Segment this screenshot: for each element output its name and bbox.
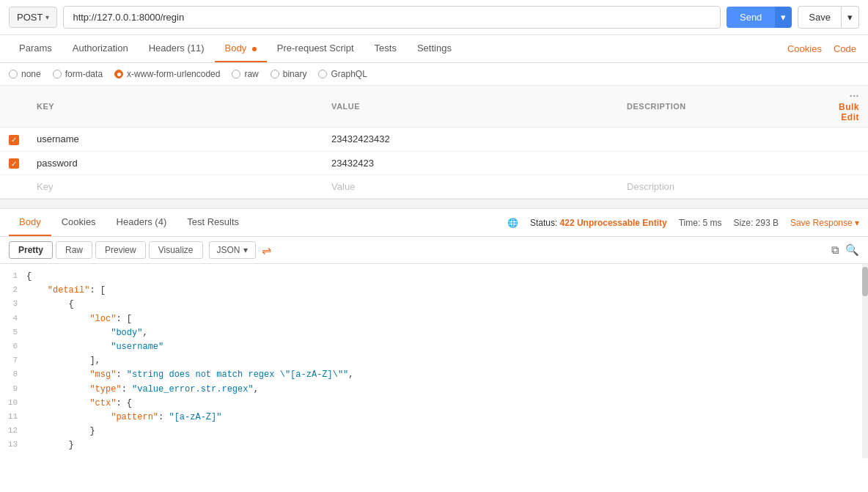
code-line: 10 "ctx": { bbox=[0, 397, 868, 411]
key-placeholder[interactable]: Key bbox=[28, 175, 323, 199]
request-tabs: Params Authorization Headers (11) Body P… bbox=[0, 35, 868, 63]
tab-headers[interactable]: Headers (11) bbox=[139, 35, 215, 62]
resp-tab-cookies[interactable]: Cookies bbox=[51, 209, 106, 236]
scrollbar-thumb[interactable] bbox=[862, 267, 868, 296]
radio-xwww-icon bbox=[114, 70, 123, 78]
response-meta: 🌐 Status: 422 Unprocessable Entity Time:… bbox=[507, 218, 859, 228]
table-row: ✓ username 23432423432 bbox=[0, 128, 868, 152]
radio-none-icon bbox=[9, 70, 18, 78]
tab-prerequest[interactable]: Pre-request Script bbox=[267, 35, 364, 62]
radio-formdata-icon bbox=[53, 70, 62, 78]
code-line: 8 "msg": "string does not match regex \"… bbox=[0, 368, 868, 382]
code-line: 9 "type": "value_error.str.regex", bbox=[0, 383, 868, 397]
row2-value[interactable]: 23432423 bbox=[323, 151, 618, 175]
body-dot bbox=[252, 47, 257, 51]
resp-tab-headers[interactable]: Headers (4) bbox=[106, 209, 177, 236]
response-tabs: Body Cookies Headers (4) Test Results 🌐 … bbox=[0, 209, 868, 237]
visualize-button[interactable]: Visualize bbox=[149, 241, 203, 259]
save-response-button[interactable]: Save Response ▾ bbox=[790, 218, 859, 228]
code-line: 11 "pattern": "[a-zA-Z]" bbox=[0, 411, 868, 425]
format-none[interactable]: none bbox=[9, 69, 41, 79]
col-key: KEY bbox=[28, 86, 323, 128]
toolbar-right: ⧉ 🔍 bbox=[831, 243, 859, 257]
time-label: Time: 5 ms bbox=[679, 218, 722, 228]
params-table: KEY VALUE DESCRIPTION ··· Bulk Edit ✓ us… bbox=[0, 86, 868, 199]
pretty-button[interactable]: Pretty bbox=[9, 241, 53, 259]
url-bar: POST ▾ Send ▾ Save ▾ bbox=[0, 0, 868, 35]
code-line: 4 "loc": [ bbox=[0, 312, 868, 326]
status-code: 422 Unprocessable Entity bbox=[560, 218, 667, 228]
row2-checkbox[interactable]: ✓ bbox=[9, 158, 19, 169]
value-placeholder[interactable]: Value bbox=[323, 175, 618, 199]
tab-authorization[interactable]: Authorization bbox=[62, 35, 139, 62]
tab-params[interactable]: Params bbox=[9, 35, 62, 62]
format-graphql[interactable]: GraphQL bbox=[318, 69, 367, 79]
radio-graphql-icon bbox=[318, 70, 327, 78]
code-line: 7 ], bbox=[0, 354, 868, 368]
row1-key[interactable]: username bbox=[28, 128, 323, 152]
resp-tab-body[interactable]: Body bbox=[9, 209, 51, 236]
table-row: ✓ password 23432423 bbox=[0, 151, 868, 175]
save-dropdown-button[interactable]: ▾ bbox=[842, 6, 859, 29]
response-body: 1 { 2 "detail": [ 3 { 4 "loc": [ 5 "body… bbox=[0, 264, 868, 458]
send-dropdown-button[interactable]: ▾ bbox=[775, 7, 792, 28]
row1-checkbox[interactable]: ✓ bbox=[9, 135, 19, 145]
code-line: 2 "detail": [ bbox=[0, 284, 868, 298]
raw-button[interactable]: Raw bbox=[56, 241, 92, 259]
method-chevron-icon: ▾ bbox=[45, 13, 49, 21]
format-x-www[interactable]: x-www-form-urlencoded bbox=[114, 69, 220, 79]
description-placeholder[interactable]: Description bbox=[618, 175, 830, 199]
radio-raw-icon bbox=[232, 70, 240, 78]
format-select[interactable]: JSON ▾ bbox=[209, 241, 256, 259]
resp-tab-testresults[interactable]: Test Results bbox=[177, 209, 249, 236]
method-select[interactable]: POST ▾ bbox=[9, 7, 57, 28]
code-line: 6 "username" bbox=[0, 340, 868, 354]
code-display: 1 { 2 "detail": [ 3 { 4 "loc": [ 5 "body… bbox=[0, 264, 868, 458]
tab-tests[interactable]: Tests bbox=[364, 35, 407, 62]
col-description: DESCRIPTION bbox=[618, 86, 830, 128]
more-options-icon[interactable]: ··· bbox=[850, 90, 859, 102]
row1-description[interactable] bbox=[618, 128, 830, 152]
url-input[interactable] bbox=[63, 6, 721, 29]
section-separator bbox=[0, 199, 868, 209]
send-button[interactable]: Send bbox=[727, 7, 775, 28]
code-line: 12 } bbox=[0, 425, 868, 438]
code-line: 1 { bbox=[0, 270, 868, 284]
status-label: Status: 422 Unprocessable Entity bbox=[530, 218, 667, 228]
format-raw[interactable]: raw bbox=[232, 69, 258, 79]
row1-value[interactable]: 23432423432 bbox=[323, 128, 618, 152]
format-form-data[interactable]: form-data bbox=[53, 69, 103, 79]
radio-binary-icon bbox=[271, 70, 279, 78]
code-line: 13 } bbox=[0, 438, 868, 452]
search-icon[interactable]: 🔍 bbox=[845, 243, 859, 257]
code-line: 5 "body", bbox=[0, 326, 868, 340]
code-link[interactable]: Code bbox=[831, 36, 859, 62]
method-label: POST bbox=[17, 12, 43, 23]
format-row: none form-data x-www-form-urlencoded raw… bbox=[0, 63, 868, 86]
globe-icon[interactable]: 🌐 bbox=[507, 218, 518, 228]
tab-settings[interactable]: Settings bbox=[407, 35, 462, 62]
row2-key[interactable]: password bbox=[28, 151, 323, 175]
wrap-icon[interactable]: ⇌ bbox=[262, 243, 271, 257]
bulk-edit-button[interactable]: Bulk Edit bbox=[839, 102, 859, 122]
row2-description[interactable] bbox=[618, 151, 830, 175]
cookies-link[interactable]: Cookies bbox=[784, 36, 825, 62]
col-actions: ··· Bulk Edit bbox=[830, 86, 868, 128]
format-binary[interactable]: binary bbox=[271, 69, 307, 79]
pretty-toolbar: Pretty Raw Preview Visualize JSON ▾ ⇌ ⧉ … bbox=[0, 237, 868, 264]
col-value: VALUE bbox=[323, 86, 618, 128]
code-line: 3 { bbox=[0, 298, 868, 312]
scrollbar[interactable] bbox=[862, 264, 868, 458]
size-label: Size: 293 B bbox=[734, 218, 779, 228]
copy-icon[interactable]: ⧉ bbox=[831, 243, 839, 257]
table-row-placeholder: Key Value Description bbox=[0, 175, 868, 199]
tab-body[interactable]: Body bbox=[215, 35, 267, 62]
save-button[interactable]: Save bbox=[798, 6, 842, 29]
right-links: Cookies Code bbox=[784, 36, 859, 62]
format-chevron-icon: ▾ bbox=[243, 245, 248, 255]
preview-button[interactable]: Preview bbox=[95, 241, 146, 259]
